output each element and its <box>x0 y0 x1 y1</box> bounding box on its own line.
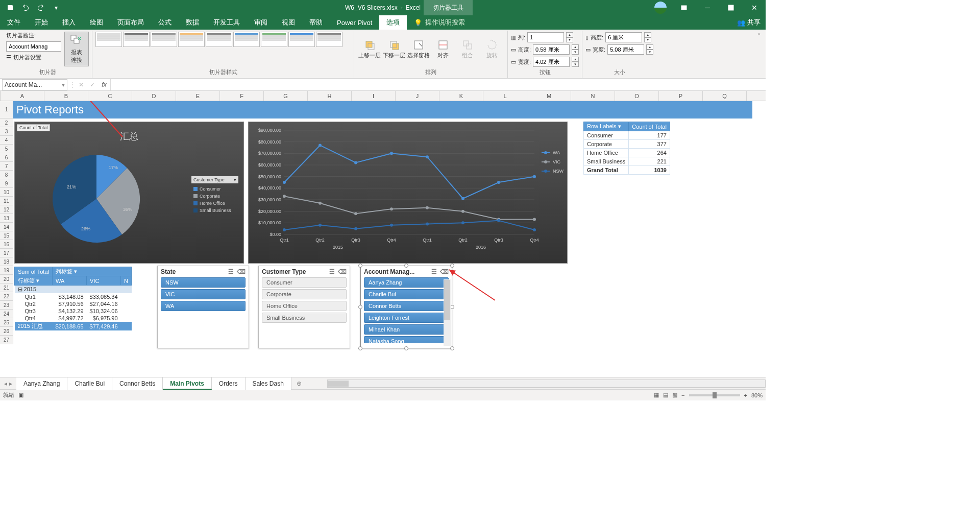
tab-view[interactable]: 视图 <box>275 15 302 30</box>
slicer-item[interactable]: Consumer <box>262 277 347 288</box>
row-header[interactable]: 4 <box>0 136 13 145</box>
slicer-style-option[interactable] <box>316 32 342 47</box>
pie-chart[interactable]: Count of Total 汇总 17% 36% 26% 21% Custom… <box>14 122 244 264</box>
column-header[interactable]: G <box>264 91 308 101</box>
macro-record-icon[interactable]: ▣ <box>18 392 23 398</box>
view-normal-icon[interactable]: ▦ <box>654 392 659 398</box>
sheet-tab[interactable]: Connor Betts <box>112 377 163 390</box>
tab-insert[interactable]: 插入 <box>55 15 83 30</box>
row-header[interactable]: 18 <box>0 257 13 266</box>
row-header[interactable]: 3 <box>0 127 13 136</box>
view-pagelayout-icon[interactable]: ▤ <box>663 392 668 398</box>
columns-spinner[interactable]: ▲▼ <box>566 32 573 42</box>
column-header[interactable]: A <box>1 91 44 101</box>
row-header[interactable]: 6 <box>0 153 13 162</box>
multiselect-icon[interactable]: ☲ <box>431 268 437 275</box>
row-header[interactable]: 19 <box>0 266 13 275</box>
multiselect-icon[interactable]: ☲ <box>329 268 335 275</box>
row-header[interactable]: 7 <box>0 162 13 171</box>
row-header[interactable]: 24 <box>0 310 13 318</box>
slicer-scrollbar[interactable] <box>444 279 451 346</box>
column-header[interactable]: M <box>527 91 571 101</box>
button-height-input[interactable] <box>533 44 570 55</box>
user-avatar[interactable] <box>654 2 667 14</box>
slicer-state[interactable]: State☲⌫ NSWVICWA <box>157 266 249 348</box>
tab-review[interactable]: 审阅 <box>247 15 275 30</box>
line-chart[interactable]: $0.00$10,000.00$20,000.00$30,000.00$40,0… <box>248 122 568 264</box>
row-header[interactable]: 14 <box>0 223 13 231</box>
pie-legend[interactable]: Customer Type▾ ConsumerCorporateHome Off… <box>191 176 238 214</box>
row-header[interactable]: 2 <box>0 119 13 127</box>
column-header[interactable]: L <box>483 91 527 101</box>
row-header[interactable]: 15 <box>0 231 13 240</box>
size-width-spinner[interactable]: ▲▼ <box>646 44 653 55</box>
button-width-spinner[interactable]: ▲▼ <box>572 57 579 67</box>
slicer-item[interactable]: Corporate <box>262 289 347 299</box>
column-header[interactable]: B <box>44 91 88 101</box>
slicer-style-option[interactable] <box>233 32 260 47</box>
enter-formula-icon[interactable]: ✓ <box>87 81 98 88</box>
column-header[interactable]: O <box>615 91 659 101</box>
sheet-tab[interactable]: Main Pivots <box>163 377 212 390</box>
slicer-settings-button[interactable]: ☰切片器设置 <box>6 54 61 61</box>
worksheet[interactable]: 1234567891011121314151617181920212223242… <box>0 101 766 377</box>
tab-developer[interactable]: 开发工具 <box>206 15 247 30</box>
row-header[interactable]: 8 <box>0 171 13 179</box>
redo-icon[interactable] <box>34 2 48 14</box>
row-header[interactable]: 13 <box>0 214 13 223</box>
tab-pagelayout[interactable]: 页面布局 <box>110 15 151 30</box>
slicer-item[interactable]: Leighton Forrest <box>364 313 449 323</box>
column-header[interactable]: P <box>659 91 703 101</box>
filter-dropdown-icon[interactable]: ▾ <box>74 268 77 274</box>
fx-icon[interactable]: fx <box>98 81 110 88</box>
column-header[interactable]: I <box>352 91 396 101</box>
sheet-nav-last-icon[interactable]: ▸ <box>9 380 12 387</box>
slicer-item[interactable]: NSW <box>161 277 246 288</box>
size-width-input[interactable] <box>607 44 644 55</box>
qat-dropdown-icon[interactable]: ▾ <box>49 2 63 14</box>
tab-options[interactable]: 选项 <box>379 15 407 30</box>
slicer-item[interactable]: Natasha Song <box>364 336 449 343</box>
horizontal-scrollbar[interactable] <box>327 380 766 388</box>
slicer-style-option[interactable] <box>261 32 287 47</box>
slicer-account-manager[interactable]: Account Manag...☲⌫ Aanya ZhangCharlie Bu… <box>360 266 452 348</box>
button-width-input[interactable] <box>533 57 570 67</box>
minimize-button[interactable]: ─ <box>696 0 719 15</box>
slicer-style-gallery[interactable] <box>95 32 351 47</box>
column-header[interactable]: Q <box>703 91 747 101</box>
tab-formulas[interactable]: 公式 <box>151 15 179 30</box>
tab-draw[interactable]: 绘图 <box>83 15 110 30</box>
tab-home[interactable]: 开始 <box>28 15 55 30</box>
clear-filter-icon[interactable]: ⌫ <box>440 268 449 275</box>
row-header[interactable]: 16 <box>0 240 13 249</box>
slicer-style-option[interactable] <box>206 32 232 47</box>
ribbon-display-options-icon[interactable] <box>673 0 695 15</box>
tab-data[interactable]: 数据 <box>179 15 206 30</box>
row-header[interactable]: 25 <box>0 318 13 327</box>
slicer-customer-type[interactable]: Customer Type☲⌫ ConsumerCorporateHome Of… <box>258 266 350 348</box>
formula-input[interactable] <box>110 79 766 90</box>
column-header[interactable]: D <box>132 91 176 101</box>
row-header[interactable]: 22 <box>0 292 13 301</box>
clear-filter-icon[interactable]: ⌫ <box>338 268 347 275</box>
zoom-slider[interactable] <box>689 394 740 396</box>
clear-filter-icon[interactable]: ⌫ <box>237 268 246 275</box>
row-header[interactable]: 12 <box>0 205 13 214</box>
row-header[interactable]: 17 <box>0 249 13 257</box>
slicer-caption-input[interactable] <box>6 41 61 52</box>
column-header[interactable]: H <box>308 91 352 101</box>
align-button[interactable]: 对齐 <box>431 32 455 66</box>
multiselect-icon[interactable]: ☲ <box>228 268 234 275</box>
tab-file[interactable]: 文件 <box>0 15 28 30</box>
size-height-spinner[interactable]: ▲▼ <box>644 32 651 42</box>
row-header[interactable]: 26 <box>0 327 13 336</box>
maximize-button[interactable] <box>720 0 742 15</box>
column-header[interactable]: R <box>747 91 766 101</box>
sheet-tab[interactable]: Charlie Bui <box>67 377 112 390</box>
row-header[interactable]: 23 <box>0 301 13 310</box>
zoom-value[interactable]: 80% <box>751 392 763 398</box>
view-pagebreak-icon[interactable]: ▧ <box>672 392 677 398</box>
share-button[interactable]: 👥共享 <box>737 15 761 30</box>
slicer-style-option[interactable] <box>95 32 122 47</box>
filter-dropdown-icon[interactable]: ▾ <box>36 277 39 283</box>
